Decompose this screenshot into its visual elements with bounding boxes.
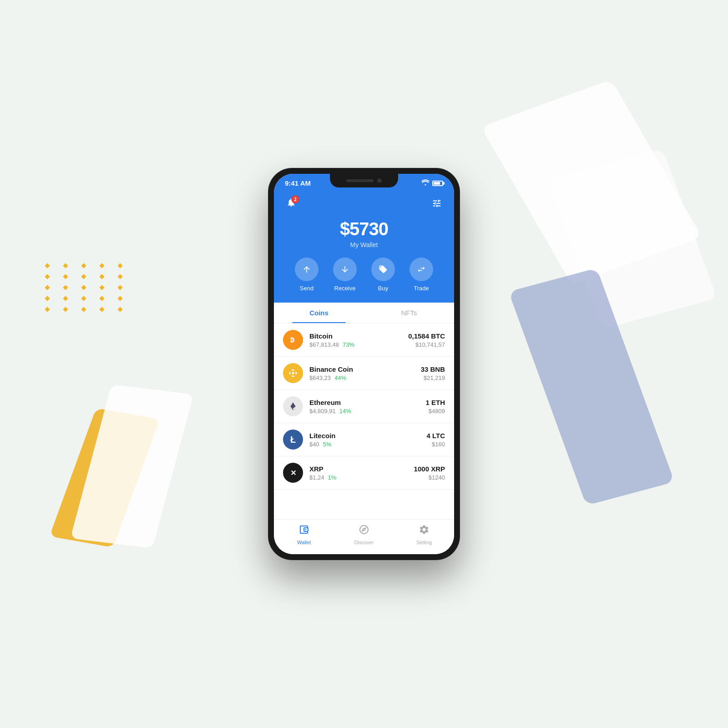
btc-price: $67,813,48 xyxy=(309,341,339,348)
coin-list: Bitcoin $67,813,48 73% 0,1584 BTC $10,74… xyxy=(274,324,454,519)
eth-logo xyxy=(283,396,303,416)
eth-change: 14% xyxy=(339,408,351,415)
xrp-logo: ✕ xyxy=(283,463,303,483)
send-label: Send xyxy=(300,285,313,292)
nav-wallet[interactable]: Wallet xyxy=(274,524,334,545)
ltc-logo: Ł xyxy=(283,430,303,450)
btc-logo xyxy=(283,330,303,350)
buy-icon-circle xyxy=(371,258,395,281)
btc-holdings: 0,1584 BTC $10,741,57 xyxy=(408,332,445,348)
trade-icon-circle xyxy=(410,258,433,281)
trade-label: Trade xyxy=(414,285,429,292)
settings-button[interactable] xyxy=(429,195,445,212)
setting-nav-label: Setting xyxy=(416,540,432,545)
btc-info: Bitcoin $67,813,48 73% xyxy=(309,332,408,348)
bnb-price-row: $643,23 44% xyxy=(309,374,421,381)
buy-label: Buy xyxy=(378,285,388,292)
ltc-info: Litecoin $40 5% xyxy=(309,432,426,448)
eth-name: Ethereum xyxy=(309,399,425,406)
bottom-navigation: Wallet Discover xyxy=(274,519,454,554)
balance-amount: $5730 xyxy=(283,219,445,239)
camera xyxy=(377,178,382,183)
content-tabs: Coins NFTs xyxy=(274,303,454,324)
btc-name: Bitcoin xyxy=(309,332,408,340)
phone-mockup: 9:41 AM xyxy=(268,168,460,560)
receive-icon-circle xyxy=(333,258,357,281)
coin-item-btc[interactable]: Bitcoin $67,813,48 73% 0,1584 BTC $10,74… xyxy=(274,324,454,357)
ltc-holdings: 4 LTC $160 xyxy=(426,432,445,448)
ltc-change: 5% xyxy=(323,441,332,448)
eth-price-row: $4,809,91 14% xyxy=(309,408,425,415)
eth-holdings: 1 ETH $4809 xyxy=(425,399,445,415)
bnb-price: $643,23 xyxy=(309,374,331,381)
tab-nfts[interactable]: NFTs xyxy=(364,303,454,323)
speaker xyxy=(346,179,374,182)
receive-action[interactable]: Receive xyxy=(333,258,357,292)
setting-nav-icon xyxy=(419,524,430,538)
status-time: 9:41 AM xyxy=(285,179,311,187)
bnb-value: $21,219 xyxy=(421,374,445,381)
ltc-name: Litecoin xyxy=(309,432,426,440)
send-action[interactable]: Send xyxy=(295,258,318,292)
xrp-amount: 1000 XRP xyxy=(414,465,445,473)
btc-value: $10,741,57 xyxy=(408,341,445,348)
coin-item-xrp[interactable]: ✕ XRP $1,24 1% 1000 XRP $1240 xyxy=(274,456,454,490)
decorative-dots xyxy=(46,264,129,311)
ltc-price: $40 xyxy=(309,441,319,448)
coin-item-ltc[interactable]: Ł Litecoin $40 5% 4 LTC $160 xyxy=(274,423,454,456)
bnb-info: Binance Coin $643,23 44% xyxy=(309,365,421,381)
wallet-nav-label: Wallet xyxy=(297,540,311,545)
phone-frame: 9:41 AM xyxy=(268,168,460,560)
send-icon-circle xyxy=(295,258,318,281)
phone-notch xyxy=(330,174,398,187)
bnb-name: Binance Coin xyxy=(309,365,421,373)
phone-screen: 9:41 AM xyxy=(274,174,454,554)
coin-item-eth[interactable]: Ethereum $4,809,91 14% 1 ETH $4809 xyxy=(274,390,454,423)
xrp-value: $1240 xyxy=(414,474,445,481)
xrp-price-row: $1,24 1% xyxy=(309,474,414,481)
xrp-info: XRP $1,24 1% xyxy=(309,465,414,481)
wallet-header: 2 $5730 My Wallet xyxy=(274,191,454,303)
balance-label: My Wallet xyxy=(283,241,445,248)
balance-section: $5730 My Wallet xyxy=(283,219,445,248)
xrp-name: XRP xyxy=(309,465,414,473)
status-icons xyxy=(421,179,443,187)
nav-discover[interactable]: Discover xyxy=(334,524,394,545)
xrp-price: $1,24 xyxy=(309,474,324,481)
svg-point-0 xyxy=(305,529,307,531)
btc-price-row: $67,813,48 73% xyxy=(309,341,408,348)
bnb-change: 44% xyxy=(334,374,346,381)
notification-button[interactable]: 2 xyxy=(283,195,299,212)
eth-price: $4,809,91 xyxy=(309,408,336,415)
bnb-holdings: 33 BNB $21,219 xyxy=(421,365,445,381)
ltc-value: $160 xyxy=(426,441,445,448)
discover-nav-icon xyxy=(359,524,369,538)
battery-icon xyxy=(432,181,443,186)
xrp-change: 1% xyxy=(328,474,337,481)
receive-label: Receive xyxy=(334,285,356,292)
bnb-amount: 33 BNB xyxy=(421,365,445,373)
eth-value: $4809 xyxy=(425,408,445,415)
wallet-nav-icon xyxy=(298,524,309,538)
coin-item-bnb[interactable]: Binance Coin $643,23 44% 33 BNB $21,219 xyxy=(274,357,454,390)
btc-amount: 0,1584 BTC xyxy=(408,332,445,340)
btc-change: 73% xyxy=(343,341,354,348)
wifi-icon xyxy=(421,179,430,187)
eth-info: Ethereum $4,809,91 14% xyxy=(309,399,425,415)
header-top: 2 xyxy=(283,195,445,212)
nav-setting[interactable]: Setting xyxy=(394,524,454,545)
notification-badge: 2 xyxy=(291,195,299,203)
action-buttons: Send Receive xyxy=(283,258,445,292)
ltc-price-row: $40 5% xyxy=(309,441,426,448)
xrp-holdings: 1000 XRP $1240 xyxy=(414,465,445,481)
buy-action[interactable]: Buy xyxy=(371,258,395,292)
eth-amount: 1 ETH xyxy=(425,399,445,406)
tab-coins[interactable]: Coins xyxy=(274,303,364,323)
bnb-logo xyxy=(283,363,303,383)
trade-action[interactable]: Trade xyxy=(410,258,433,292)
ltc-amount: 4 LTC xyxy=(426,432,445,440)
battery-fill xyxy=(434,182,440,185)
discover-nav-label: Discover xyxy=(354,540,374,545)
